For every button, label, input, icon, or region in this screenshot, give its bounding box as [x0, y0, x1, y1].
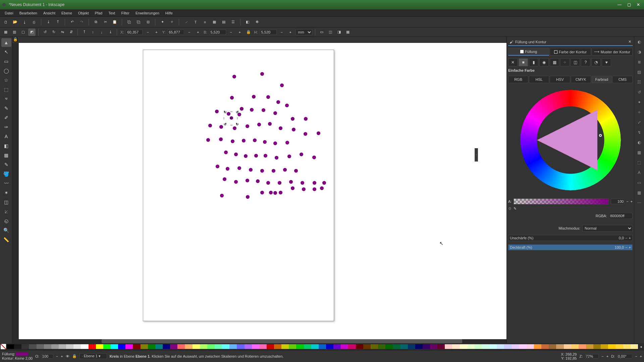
fill-radial-button[interactable]: ◉: [539, 58, 549, 66]
select-all-layers-button[interactable]: ▦: [2, 28, 9, 36]
lpe-tool[interactable]: ◵: [1, 217, 11, 225]
status-opacity-inc[interactable]: +: [61, 354, 63, 358]
tab-cmyk[interactable]: CMYK: [571, 76, 591, 83]
swatch[interactable]: [215, 344, 222, 349]
menu-filters[interactable]: Filter: [118, 10, 132, 16]
spray-dot[interactable]: [232, 75, 236, 78]
spray-dot[interactable]: [279, 126, 282, 130]
x-inc[interactable]: +: [153, 28, 160, 36]
unlink-button[interactable]: ⊟: [144, 18, 152, 26]
swatch[interactable]: [66, 344, 73, 349]
swatch[interactable]: [148, 344, 155, 349]
bucket-tool[interactable]: 🪣: [1, 170, 11, 178]
blur-row[interactable]: Unschärfe (%) 0,0 − +: [508, 235, 633, 241]
move-pattern-button[interactable]: ▦: [344, 28, 352, 36]
layer-selector[interactable]: · Ebene 1 ▾: [79, 353, 107, 359]
swatch[interactable]: [601, 344, 608, 349]
swatch[interactable]: [118, 344, 125, 349]
spray-dot[interactable]: [287, 155, 291, 158]
tab-fill[interactable]: Füllung: [508, 48, 549, 56]
swatch[interactable]: [51, 344, 59, 349]
rot-inc[interactable]: +: [640, 354, 642, 358]
w-dec[interactable]: −: [227, 28, 235, 36]
scale-stroke-button[interactable]: ▭: [318, 28, 325, 36]
opacity-row[interactable]: Deckkraft (%) 100,0 − +: [508, 244, 633, 250]
rotation-center[interactable]: +: [230, 117, 233, 120]
fill-flat-button[interactable]: ■: [519, 58, 528, 66]
menu-path[interactable]: Pfad: [92, 10, 105, 16]
swatch[interactable]: [89, 344, 96, 349]
import-button[interactable]: ⤓: [45, 18, 52, 26]
swatch[interactable]: [289, 344, 296, 349]
color-wheel-marker[interactable]: [599, 134, 602, 137]
spray-dot[interactable]: [219, 137, 223, 141]
spray-dot[interactable]: [301, 181, 304, 185]
flip-v-button[interactable]: ⇵: [67, 28, 75, 36]
swatch[interactable]: [304, 344, 311, 349]
spray-dot[interactable]: [292, 128, 296, 131]
tab-rgb[interactable]: RGB: [508, 76, 528, 83]
menu-file[interactable]: Datei: [2, 10, 16, 16]
spray-dot[interactable]: [304, 132, 307, 136]
skew-handle-r[interactable]: ↕: [236, 116, 240, 120]
redo-button[interactable]: ↷: [78, 18, 85, 26]
zoom-inc[interactable]: +: [606, 354, 608, 358]
y-inc[interactable]: +: [194, 28, 202, 36]
maximize-button[interactable]: ▢: [625, 2, 633, 8]
spray-dot[interactable]: [275, 156, 278, 160]
rotate-ccw-button[interactable]: ↺: [41, 28, 49, 36]
lock-icon[interactable]: 🔒: [72, 354, 77, 358]
skew-handle-l[interactable]: ↕: [223, 116, 226, 120]
swatch[interactable]: [482, 344, 489, 349]
swatch[interactable]: [229, 344, 237, 349]
dock-objects-icon[interactable]: ▤: [636, 68, 643, 76]
swatch[interactable]: [564, 344, 571, 349]
swatch[interactable]: [81, 344, 88, 349]
blur-inc[interactable]: +: [629, 236, 631, 240]
swatch[interactable]: [237, 344, 244, 349]
spray-dot[interactable]: [257, 123, 261, 126]
copy-button[interactable]: ⧉: [92, 18, 100, 26]
fill-linear-button[interactable]: ▮: [529, 58, 538, 66]
tab-hsl[interactable]: HSL: [529, 76, 549, 83]
spray-tool[interactable]: ✶: [1, 188, 11, 197]
w-input[interactable]: [209, 29, 226, 35]
layers-button[interactable]: ▤: [220, 18, 227, 26]
zoom-tool[interactable]: 🔍: [1, 226, 11, 235]
palette-none[interactable]: [1, 344, 6, 349]
scale-corners-button[interactable]: ◫: [327, 28, 334, 36]
spray-dot[interactable]: [215, 110, 219, 113]
status-opacity-input[interactable]: [42, 354, 53, 359]
spray-dot[interactable]: [263, 140, 267, 144]
swatch[interactable]: [475, 344, 482, 349]
spray-dot[interactable]: [223, 177, 226, 181]
swatch[interactable]: [193, 344, 200, 349]
dock-more-icon[interactable]: ⋯: [636, 199, 643, 206]
lower-button[interactable]: ↓: [98, 28, 105, 36]
swatch[interactable]: [170, 344, 177, 349]
mesh-tool[interactable]: ▦: [1, 151, 11, 160]
text-tool-button[interactable]: T: [192, 18, 199, 26]
fill-unknown-button[interactable]: ?: [581, 58, 590, 66]
dock-snap-icon[interactable]: ◑: [636, 48, 643, 56]
spray-dot[interactable]: [219, 125, 223, 129]
swatch[interactable]: [333, 344, 341, 349]
h-dec[interactable]: −: [278, 28, 285, 36]
swatch[interactable]: [512, 344, 519, 349]
swatch[interactable]: [371, 344, 378, 349]
palette-swatches[interactable]: [7, 344, 638, 349]
visibility-icon[interactable]: 👁: [66, 354, 69, 358]
opacity-inc[interactable]: +: [629, 245, 631, 249]
node-tool[interactable]: ↖: [1, 48, 11, 56]
swatch[interactable]: [445, 344, 452, 349]
spray-dot[interactable]: [233, 126, 236, 130]
blend-select[interactable]: Normal: [582, 225, 633, 232]
spray-dot[interactable]: [279, 191, 282, 194]
fill-swatch-button[interactable]: ◫: [571, 58, 580, 66]
swatch[interactable]: [571, 344, 579, 349]
swatch[interactable]: [534, 344, 541, 349]
dock-docprops-icon[interactable]: ▭: [636, 179, 643, 186]
swatch[interactable]: [177, 344, 185, 349]
h-input[interactable]: [260, 29, 277, 35]
viewport[interactable]: ↻ ↺ ↺ ↻ ↔ ↔ ↕ ↕ + ↖: [19, 43, 506, 339]
